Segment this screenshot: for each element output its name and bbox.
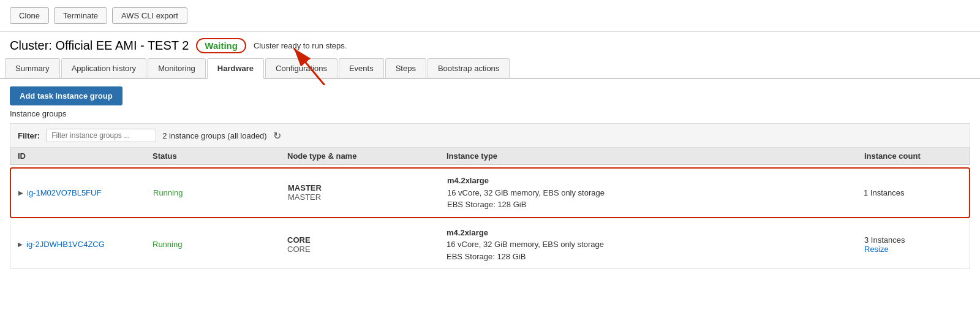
col-header-status: Status xyxy=(153,151,287,161)
tab-events[interactable]: Events xyxy=(339,58,384,78)
row-node-type: MASTER MASTER xyxy=(288,183,447,202)
row-status: Running xyxy=(153,188,288,197)
row-instance-type: m4.2xlarge 16 vCore, 32 GiB memory, EBS … xyxy=(447,227,864,263)
row-instance-count: 1 Instances xyxy=(864,188,962,197)
tab-summary[interactable]: Summary xyxy=(5,58,60,78)
refresh-icon[interactable]: ↻ xyxy=(273,130,281,142)
cluster-title: Cluster: Official EE AMI - TEST 2 xyxy=(10,39,189,53)
instance-groups-label: Instance groups xyxy=(10,109,970,118)
instance-group-id-link[interactable]: ig-2JDWHB1VC4ZCG xyxy=(26,240,105,249)
tab-monitoring[interactable]: Monitoring xyxy=(148,58,206,78)
filter-bar: Filter: 2 instance groups (all loaded) ↻ xyxy=(10,123,970,148)
row-instance-count: 3 Instances xyxy=(864,235,962,245)
table-row: ▶ ig-1M02VO7BL5FUF Running MASTER MASTER… xyxy=(10,167,970,218)
tab-bar: Summary Application history Monitoring H… xyxy=(0,58,980,79)
row-instance-type: m4.2xlarge 16 vCore, 32 GiB memory, EBS … xyxy=(447,175,864,211)
tab-bootstrap-actions[interactable]: Bootstrap actions xyxy=(428,58,510,78)
row-node-type: CORE CORE xyxy=(287,235,447,254)
col-header-instance-count: Instance count xyxy=(864,151,962,161)
tab-hardware[interactable]: Hardware xyxy=(207,58,264,79)
tab-application-history[interactable]: Application history xyxy=(61,58,147,78)
content-area: Add task instance group Instance groups … xyxy=(0,79,980,276)
expand-row-icon[interactable]: ▶ xyxy=(18,189,23,196)
col-header-instance-type: Instance type xyxy=(447,151,864,161)
clone-button[interactable]: Clone xyxy=(10,7,49,24)
col-header-node-type: Node type & name xyxy=(287,151,447,161)
cluster-title-bar: Cluster: Official EE AMI - TEST 2 Waitin… xyxy=(0,32,980,58)
filter-input[interactable] xyxy=(46,129,156,142)
row-id-container: ▶ ig-2JDWHB1VC4ZCG xyxy=(18,240,153,249)
instance-group-id-link[interactable]: ig-1M02VO7BL5FUF xyxy=(27,188,101,197)
filter-count: 2 instance groups (all loaded) xyxy=(162,131,267,140)
table-header: ID Status Node type & name Instance type… xyxy=(10,148,970,165)
col-header-id: ID xyxy=(18,151,153,161)
cluster-status-badge: Waiting xyxy=(196,38,246,53)
terminate-button[interactable]: Terminate xyxy=(54,7,107,24)
resize-link[interactable]: Resize xyxy=(864,245,962,254)
row-id-container: ▶ ig-1M02VO7BL5FUF xyxy=(18,188,153,197)
add-task-instance-group-button[interactable]: Add task instance group xyxy=(10,86,123,105)
svg-line-1 xyxy=(294,48,325,85)
tab-steps[interactable]: Steps xyxy=(385,58,426,78)
filter-label: Filter: xyxy=(18,131,40,140)
top-action-bar: Clone Terminate AWS CLI export xyxy=(0,0,980,32)
table-row: ▶ ig-2JDWHB1VC4ZCG Running CORE CORE m4.… xyxy=(10,221,970,270)
expand-row-icon[interactable]: ▶ xyxy=(18,241,23,248)
aws-cli-button[interactable]: AWS CLI export xyxy=(112,7,187,24)
row-status: Running xyxy=(153,240,287,249)
row-instance-count-container: 3 Instances Resize xyxy=(864,235,962,254)
